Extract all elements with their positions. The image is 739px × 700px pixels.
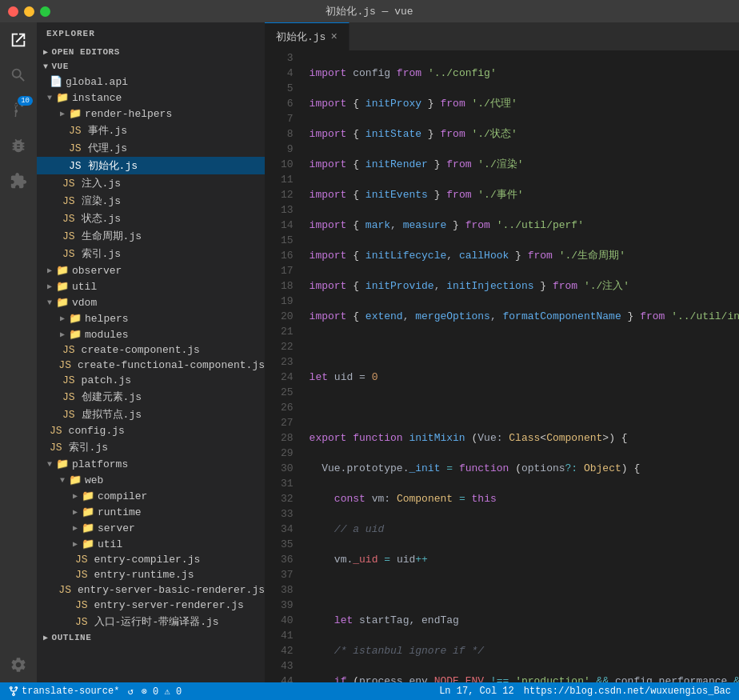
file-icon-inject: JS xyxy=(62,178,75,190)
tree-arrow-util2: ▶ xyxy=(69,539,82,549)
code-editor[interactable]: 3 4 5 6 7 8 9 10 11 12 13 14 15 16 17 18… xyxy=(265,50,739,682)
tree-label-compiler: compiler xyxy=(98,490,147,502)
folder-icon-modules: 📁 xyxy=(69,328,82,341)
folder-icon-platforms: 📁 xyxy=(56,458,69,470)
tree-item-instance[interactable]: ▼ 📁 instance xyxy=(37,90,265,106)
minimize-button[interactable] xyxy=(24,6,34,17)
tree-item-events[interactable]: JS 事件.js xyxy=(37,122,265,139)
tree-arrow-platforms: ▼ xyxy=(43,460,56,469)
sidebar: Explorer ▶ OPEN EDITORS ▼ VUE 📄 global.a… xyxy=(37,22,265,682)
tree-label-helpers: helpers xyxy=(85,313,129,325)
tree-label-index1: 索引.js xyxy=(82,246,121,261)
tree-item-server[interactable]: ▶ 📁 server xyxy=(37,520,265,536)
close-button[interactable] xyxy=(8,6,18,17)
tab-close-init[interactable]: × xyxy=(330,31,337,42)
tree-item-modules[interactable]: ▶ 📁 modules xyxy=(37,326,265,342)
tree-item-entry-server-basic[interactable]: JS entry-server-basic-renderer.js xyxy=(37,582,265,598)
folder-icon-render-helpers: 📁 xyxy=(69,107,82,120)
tree-arrow-compiler: ▶ xyxy=(69,491,82,501)
tree-item-create-functional[interactable]: JS create-functional-component.js xyxy=(37,358,265,373)
debug-activity-icon[interactable] xyxy=(7,134,30,157)
settings-activity-icon[interactable] xyxy=(7,654,30,676)
folder-icon-vdom: 📁 xyxy=(56,296,69,309)
tree-label-state: 状态.js xyxy=(82,211,121,226)
status-sync[interactable]: ↺ xyxy=(127,686,133,698)
tree-item-index1[interactable]: JS 索引.js xyxy=(37,245,265,262)
tree-item-state[interactable]: JS 状态.js xyxy=(37,210,265,227)
status-branch[interactable]: translate-source* xyxy=(8,686,119,697)
tree-item-runtime[interactable]: ▶ 📁 runtime xyxy=(37,504,265,520)
tree-item-util2[interactable]: ▶ 📁 util xyxy=(37,536,265,552)
tree-label-observer: observer xyxy=(72,265,122,277)
folder-icon-util: 📁 xyxy=(56,280,69,293)
code-content: import config from '../config' import { … xyxy=(302,50,739,682)
folder-icon-runtime: 📁 xyxy=(82,506,94,518)
explorer-activity-icon[interactable] xyxy=(7,29,30,51)
tree-item-lifecycle[interactable]: JS 生命周期.js xyxy=(37,227,265,245)
open-editors-section[interactable]: ▶ OPEN EDITORS xyxy=(37,45,265,59)
status-bar-right: Ln 17, Col 12 https://blog.csdn.net/wuxu… xyxy=(439,686,731,697)
tree-item-helpers[interactable]: ▶ 📁 helpers xyxy=(37,310,265,326)
file-icon-events: JS xyxy=(69,125,82,137)
tree-arrow-helpers: ▶ xyxy=(56,314,69,323)
git-activity-icon[interactable]: 10 xyxy=(7,99,30,122)
tree-label-index2: 索引.js xyxy=(69,440,108,454)
extensions-activity-icon[interactable] xyxy=(7,170,30,192)
tree-label-entry-compiler: entry-compiler.js xyxy=(94,554,201,566)
tree-item-create-component[interactable]: JS create-component.js xyxy=(37,342,265,358)
tree-item-observer[interactable]: ▶ 📁 observer xyxy=(37,262,265,278)
vue-arrow: ▼ xyxy=(43,62,49,71)
tree-label-entry-runtime: entry-runtime.js xyxy=(94,569,194,581)
tree-item-platforms[interactable]: ▼ 📁 platforms xyxy=(37,456,265,472)
tree-item-web[interactable]: ▼ 📁 web xyxy=(37,472,265,488)
tab-init[interactable]: 初始化.js × xyxy=(265,22,350,50)
tree-label-util2: util xyxy=(98,538,122,550)
search-activity-icon[interactable] xyxy=(7,64,30,86)
tree-label-inject: 注入.js xyxy=(82,176,121,190)
tree-item-vnode[interactable]: JS 虚拟节点.js xyxy=(37,406,265,423)
tree-item-render[interactable]: JS 渲染.js xyxy=(37,192,265,210)
tree-item-index2[interactable]: JS 索引.js xyxy=(37,438,265,456)
tree-label-server: server xyxy=(98,522,135,534)
tree-item-entry-runtime[interactable]: JS entry-runtime.js xyxy=(37,567,265,582)
sidebar-header: Explorer xyxy=(37,22,265,45)
tree-label-entry-compile-runtime: 入口-运行时-带编译器.js xyxy=(94,614,219,629)
tree-label-render-helpers: render-helpers xyxy=(85,108,172,120)
tree-item-inject[interactable]: JS 注入.js xyxy=(37,174,265,192)
tree-item-entry-compile-runtime[interactable]: JS 入口-运行时-带编译器.js xyxy=(37,613,265,630)
folder-icon-helpers: 📁 xyxy=(69,312,82,325)
tree-item-proxy[interactable]: JS 代理.js xyxy=(37,139,265,157)
tree-arrow-instance: ▼ xyxy=(43,94,56,102)
tree-item-entry-server-renderer[interactable]: JS entry-server-renderer.js xyxy=(37,598,265,613)
status-errors[interactable]: ⊗ 0 ⚠ 0 xyxy=(142,686,182,698)
git-badge: 10 xyxy=(18,96,33,106)
main-container: 10 Explorer ▶ OPEN EDITORS ▼ VU xyxy=(0,22,739,682)
outline-section[interactable]: ▶ OUTLINE xyxy=(37,630,265,645)
tree-item-config[interactable]: JS config.js xyxy=(37,423,265,438)
open-editors-arrow: ▶ xyxy=(43,47,49,57)
file-icon-render: JS xyxy=(62,195,75,207)
tree-item-create-element[interactable]: JS 创建元素.js xyxy=(37,388,265,406)
folder-icon-instance: 📁 xyxy=(56,91,69,104)
tree-item-global[interactable]: 📄 global.api xyxy=(37,74,265,90)
window-controls xyxy=(8,6,50,17)
status-position[interactable]: Ln 17, Col 12 xyxy=(439,686,514,697)
tree-label-entry-server-renderer: entry-server-renderer.js xyxy=(94,599,244,611)
tree-label-util: util xyxy=(72,281,97,293)
tree-label-proxy: 代理.js xyxy=(88,141,127,155)
status-url[interactable]: https://blog.csdn.net/wuxuengios_Bac xyxy=(524,686,731,697)
vue-section[interactable]: ▼ VUE xyxy=(37,59,265,74)
tree-item-vdom[interactable]: ▼ 📁 vdom xyxy=(37,294,265,310)
tree-item-util[interactable]: ▶ 📁 util xyxy=(37,278,265,294)
folder-icon-server: 📁 xyxy=(82,522,94,534)
file-icon-entry-compile-runtime: JS xyxy=(75,616,88,628)
file-icon-init: JS xyxy=(69,160,82,172)
tree-item-patch[interactable]: JS patch.js xyxy=(37,373,265,388)
tree-item-compiler[interactable]: ▶ 📁 compiler xyxy=(37,488,265,504)
tree-item-render-helpers[interactable]: ▶ 📁 render-helpers xyxy=(37,106,265,122)
tree-item-entry-compiler[interactable]: JS entry-compiler.js xyxy=(37,552,265,567)
tree-item-init[interactable]: JS 初始化.js xyxy=(37,157,265,174)
maximize-button[interactable] xyxy=(40,6,50,17)
tree-label-render: 渲染.js xyxy=(82,194,121,208)
tree-label-patch: patch.js xyxy=(82,374,131,386)
